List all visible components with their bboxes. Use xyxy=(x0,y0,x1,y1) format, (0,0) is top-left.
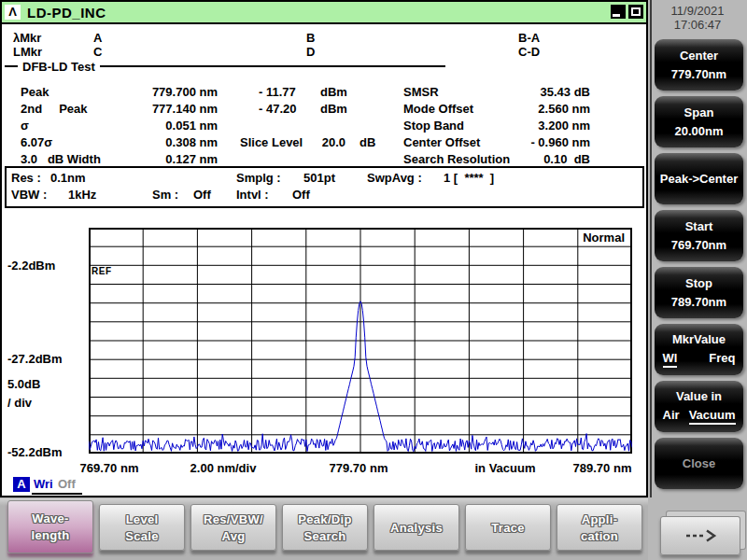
menu-peak-dip-search[interactable]: Peak/Dip Search xyxy=(282,504,368,551)
softkey-title: MkrValue xyxy=(672,332,726,346)
result-label: SMSR xyxy=(403,85,439,99)
softkey-title: Value in xyxy=(676,389,722,403)
date-label: 11/9/2021 xyxy=(648,4,747,18)
option-freq[interactable]: Freq xyxy=(709,351,735,368)
x-axis-start-label: 769.70 nm xyxy=(80,461,139,475)
menu-trace[interactable]: Trace xyxy=(465,504,551,551)
result-value: - 0.960 nm xyxy=(448,135,590,149)
softkey-mkrvalue[interactable]: MkrValue Wl Freq xyxy=(655,324,743,375)
softkey-title: Stop xyxy=(685,276,712,290)
marker-cd-label: C-D xyxy=(518,45,540,59)
app-logo-icon: Λ xyxy=(5,5,21,20)
softkey-span[interactable]: Span 20.00nm xyxy=(655,96,743,147)
marker-b-label: B xyxy=(306,31,315,45)
softkey-value: 20.00nm xyxy=(674,124,723,138)
sm-value: Off xyxy=(193,188,211,202)
result-value: 35.43 dB xyxy=(448,85,590,99)
result-value: 0.127 nm xyxy=(127,152,218,166)
softkey-center[interactable]: Center 779.70nm xyxy=(655,39,743,91)
menu-label: Avg xyxy=(222,529,246,543)
spectrum-plot xyxy=(89,228,632,454)
menu-more-button[interactable] xyxy=(660,516,740,555)
function-menu: Wave- length Level Scale Res/VBW/ Avg Pe… xyxy=(0,498,648,560)
sm-label: Sm : xyxy=(152,188,178,202)
softkey-title: Peak->Center xyxy=(660,172,738,186)
softkey-panel: 11/9/2021 17:06:47 Center 779.70nm Span … xyxy=(648,0,747,560)
trace-mode-label: Normal xyxy=(583,231,625,245)
y-axis-bottom-label: -52.2dBm xyxy=(7,445,63,459)
trace-write-label: Wri xyxy=(34,477,53,491)
softkey-value: 769.70nm xyxy=(671,238,726,252)
x-axis-medium-label: in Vacuum xyxy=(474,461,535,475)
result-value: 0.10 dB xyxy=(448,152,590,166)
softkey-peak-to-center[interactable]: Peak->Center xyxy=(655,153,743,204)
slice-level-label: Slice Level xyxy=(240,135,303,149)
softkey-close[interactable]: Close xyxy=(655,438,743,489)
menu-label: Search xyxy=(303,529,345,543)
divider-line xyxy=(100,65,445,67)
menu-analysis[interactable]: Analysis xyxy=(374,504,459,551)
y-axis-mid-label: -27.2dBm xyxy=(7,352,63,366)
softkey-value-in[interactable]: Value in Air Vacuum xyxy=(655,381,743,432)
level-marker-label: LMkr xyxy=(13,45,42,59)
marker-c-label: C xyxy=(93,45,102,59)
menu-label: cation xyxy=(581,529,618,543)
softkey-title: Center xyxy=(680,49,718,63)
result-value: 779.700 nm xyxy=(127,85,218,99)
softkey-start[interactable]: Start 769.70nm xyxy=(655,210,743,261)
swpavg-value: 1 [ **** ] xyxy=(444,171,494,185)
result-label: Peak xyxy=(21,85,49,99)
window-title: LD-PD_INC xyxy=(27,5,106,21)
menu-label: Res/VBW/ xyxy=(204,512,263,526)
result-level: - 47.20 xyxy=(259,102,296,116)
intvl-label: Intvl : xyxy=(236,188,269,202)
menu-label: Level xyxy=(126,512,159,526)
time-label: 17:06:47 xyxy=(648,18,747,32)
menu-label: Peak/Dip xyxy=(298,512,351,526)
section-title: DFB-LD Test xyxy=(18,60,100,74)
res-label: Res : xyxy=(11,171,41,185)
panel-edge xyxy=(650,0,652,497)
softkey-value: 789.70nm xyxy=(671,295,726,309)
ref-level-label: REF xyxy=(92,266,112,276)
menu-res-vbw-avg[interactable]: Res/VBW/ Avg xyxy=(190,504,276,551)
menu-application[interactable]: Appli- cation xyxy=(557,504,642,551)
vbw-value: 1kHz xyxy=(68,188,96,202)
softkey-stop[interactable]: Stop 789.70nm xyxy=(655,267,743,318)
menu-label: Appli- xyxy=(582,512,618,526)
menu-wavelength[interactable]: Wave- length xyxy=(7,500,93,553)
slice-level-value: 20.0 xyxy=(297,135,345,149)
option-wl[interactable]: Wl xyxy=(663,351,678,368)
smplg-label: Smplg : xyxy=(236,171,281,185)
x-axis-scale-label: 2.00 nm/div xyxy=(190,461,257,475)
sweep-settings-bar: Res : 0.1nm Smplg : 501pt SwpAvg : 1 [ *… xyxy=(5,166,644,208)
wavelength-marker-label: λMkr xyxy=(13,31,41,45)
trace-fix-label: Off xyxy=(58,477,76,491)
marker-d-label: D xyxy=(306,45,315,59)
divider-line xyxy=(5,65,18,67)
result-value: 0.051 nm xyxy=(127,119,218,133)
intvl-value: Off xyxy=(292,188,310,202)
slice-level-unit: dB xyxy=(359,135,375,149)
window-titlebar: Λ LD-PD_INC xyxy=(2,2,646,24)
option-air[interactable]: Air xyxy=(663,408,680,425)
marker-ba-label: B-A xyxy=(518,31,540,45)
softkey-title: Close xyxy=(683,456,715,470)
option-vacuum[interactable]: Vacuum xyxy=(689,408,736,425)
osa-screen: Λ LD-PD_INC λMkr A B B-A LMkr C D C-D DF… xyxy=(0,0,747,560)
minimize-icon[interactable] xyxy=(611,5,626,19)
vbw-label: VBW : xyxy=(11,188,47,202)
chart-grid xyxy=(89,228,632,454)
result-value: 777.140 nm xyxy=(127,102,218,116)
result-label: 3.0 dB Width xyxy=(21,152,101,166)
menu-level-scale[interactable]: Level Scale xyxy=(99,504,185,551)
maximize-icon[interactable] xyxy=(628,5,643,19)
menu-label: length xyxy=(32,528,70,542)
swpavg-label: SwpAvg : xyxy=(367,171,422,185)
softkey-title: Start xyxy=(685,219,713,233)
menu-label: Trace xyxy=(491,521,524,535)
spectrum-chart: REF Normal xyxy=(89,228,632,454)
res-value: 0.1nm xyxy=(50,171,86,185)
result-unit: dBm xyxy=(320,85,347,99)
x-axis-stop-label: 789.70 nm xyxy=(573,461,632,475)
